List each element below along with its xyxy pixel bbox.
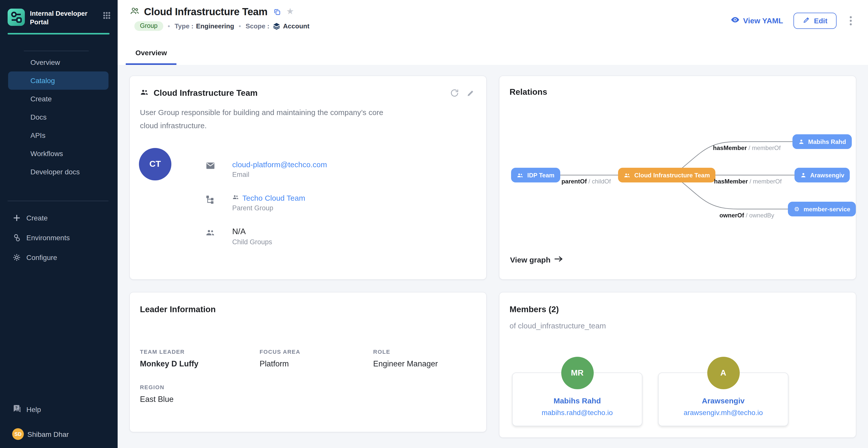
sidebar: Internal Developer Portal Overview Catal… [0,0,118,448]
about-description: User Group responsible for building and … [140,106,401,132]
team-avatar: CT [139,148,172,181]
member-name-link[interactable]: Arawsengiv [659,396,788,405]
layers-icon [273,22,281,30]
relations-graph: IDP Team Cloud Infrastructure Team Mabih… [499,76,856,279]
sidebar-item-overview[interactable]: Overview [8,53,108,71]
edit-pencil-icon[interactable] [465,88,476,99]
field-label: FOCUS AREA [259,349,373,355]
edit-label: Edit [814,17,828,25]
node-label: Cloud Infrastructure Team [634,171,710,179]
sidebar-help[interactable]: ? Help [0,399,118,419]
field-role: ROLE Engineer Manager [373,349,476,369]
about-card: Cloud Infrastructure Team User [129,75,487,280]
people-icon [205,228,215,238]
node-label: IDP Team [527,171,554,179]
member-avatar: MR [561,357,593,389]
field-value: Monkey D Luffy [140,359,259,369]
sidebar-nav: Overview Catalog Create Docs APIs Workfl… [0,53,118,181]
member-card-mabihs-rahd[interactable]: MR Mabihs Rahd mabihs.rahd@techo.io [512,373,642,426]
graph-node-member-service[interactable]: member-service [788,202,856,216]
leader-card: Leader Information TEAM LEADER Monkey D … [129,292,487,432]
field-label: ROLE [373,349,476,355]
sidebar-action-create[interactable]: Create [0,208,118,228]
team-email-link[interactable]: cloud-platform@techco.com [232,160,327,169]
view-graph-link[interactable]: View graph [510,255,563,264]
node-label: member-service [804,205,850,213]
members-subtitle: of cloud_infrastructure_team [509,321,846,330]
group-icon [130,6,140,18]
view-graph-label: View graph [510,255,551,264]
brand-row: Internal Developer Portal [0,0,118,27]
arrow-right-icon [554,255,563,264]
field-label: REGION [140,384,259,390]
eye-icon [730,15,740,26]
copy-icon[interactable] [272,7,282,17]
action-label: Create [26,214,48,222]
favorite-star-icon[interactable]: ★ [286,7,294,16]
sidebar-item-workflows[interactable]: Workflows [8,145,108,163]
edge-label-ownerof: ownerOf / ownedBy [719,212,774,219]
view-yaml-label: View YAML [743,16,783,25]
refresh-icon[interactable] [449,87,460,99]
member-name-link[interactable]: Mabihs Rahd [513,396,642,405]
email-label: Email [232,171,327,179]
plus-icon [12,214,21,223]
graph-node-idp-team[interactable]: IDP Team [511,168,560,183]
graph-node-mabihs-rahd[interactable]: Mabihs Rahd [793,134,851,149]
sidebar-accent-bar [8,33,110,34]
graph-node-cloud-infrastructure-team[interactable]: Cloud Infrastructure Team [618,168,715,183]
sidebar-divider [8,201,108,201]
edge-label-hasmember-mid: hasMember / memberOf [714,178,782,185]
child-groups-row: N/A Child Groups [205,227,327,246]
edge-label-hasmember-top: hasMember / memberOf [713,145,781,152]
help-chat-icon: ? [12,404,21,415]
envelope-icon [205,161,215,171]
user-menu[interactable]: SD Shibam Dhar [0,419,118,448]
sidebar-item-docs[interactable]: Docs [8,108,108,126]
team-icon [140,88,149,99]
member-avatar: A [707,357,740,389]
node-label: Arawsengiv [810,171,844,179]
hexagons-icon [12,233,21,243]
more-options-icon[interactable] [847,14,855,27]
sidebar-action-environments[interactable]: Environments [0,228,118,248]
tab-overview[interactable]: Overview [126,49,177,65]
app-grid-icon[interactable] [103,12,111,21]
view-yaml-button[interactable]: View YAML [730,15,783,26]
sidebar-item-apis[interactable]: APIs [8,126,108,145]
sidebar-item-catalog[interactable]: Catalog [8,71,108,90]
sidebar-item-create[interactable]: Create [8,90,108,108]
action-label: Configure [26,254,57,262]
sidebar-action-configure[interactable]: Configure [0,248,118,267]
child-groups-label: Child Groups [232,238,272,246]
parent-group-link[interactable]: Techo Cloud Team [232,194,305,202]
user-avatar: SD [12,428,24,440]
field-label: TEAM LEADER [140,349,259,355]
hierarchy-icon [205,194,215,204]
content-area: Cloud Infrastructure Team User [118,65,868,448]
sidebar-actions: Create Environments Conf [0,208,118,267]
scope-label: Scope : [246,22,270,30]
email-row: cloud-platform@techco.com Email [205,160,327,179]
nav-divider [24,51,89,51]
graph-node-arawsengiv[interactable]: Arawsengiv [795,168,850,183]
field-focus-area: FOCUS AREA Platform [259,349,373,369]
edge-label-parentof: parentOf / childOf [561,178,611,185]
member-card-arawsengiv[interactable]: A Arawsengiv arawsengiv.mh@techo.io [658,373,788,426]
dot-separator: • [168,22,170,30]
members-card: Members (2) of cloud_infrastructure_team… [499,292,856,438]
page-title: Cloud Infrastructure Team [144,6,268,18]
action-label: Environments [26,234,70,242]
sidebar-item-developer-docs[interactable]: Developer docs [8,163,108,181]
small-group-icon [232,194,239,202]
edit-button[interactable]: Edit [793,12,837,29]
field-team-leader: TEAM LEADER Monkey D Luffy [140,349,259,369]
member-email-link[interactable]: arawsengiv.mh@techo.io [659,409,788,417]
type-value: Engineering [196,22,234,30]
about-title: Cloud Infrastructure Team [154,88,257,98]
dot-separator: • [239,22,241,30]
gear-icon [12,253,21,262]
field-value: Platform [259,359,373,369]
pencil-icon [802,16,810,25]
member-email-link[interactable]: mabihs.rahd@techo.io [513,409,642,417]
